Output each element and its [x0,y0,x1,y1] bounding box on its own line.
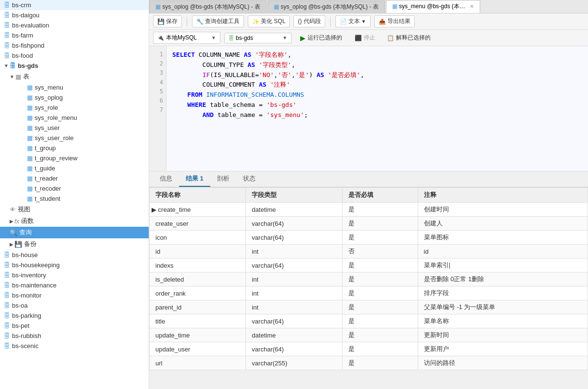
database-label: bs-gds [236,35,253,41]
sidebar: 🗄 bs-crm 🗄 bs-daigou 🗄 bs-evaluation 🗄 b… [0,0,149,389]
cell-required: 是 [343,300,418,314]
export-label: 导出结果 [387,17,410,26]
db-icon: 🗄 [4,312,10,319]
code-snippet-button[interactable]: () 代码段 [294,15,325,27]
sidebar-item-bs-parking[interactable]: 🗄 bs-parking [0,311,149,321]
sidebar-item-bs-evaluation[interactable]: 🗄 bs-evaluation [0,20,149,30]
sidebar-label: t_group [35,144,56,152]
sidebar-item-bs-housekeeping[interactable]: 🗄 bs-housekeeping [0,260,149,270]
sidebar-label: bs-monitor [12,292,41,299]
table-row: idint否id [150,245,588,259]
stop-button[interactable]: ⬛ 停止 [351,32,379,43]
cell-field-type: varchar(64) [246,314,343,328]
sidebar-item-bs-daigou[interactable]: 🗄 bs-daigou [0,10,149,20]
sidebar-item-bs-oa[interactable]: 🗄 bs-oa [0,300,149,311]
sidebar-item-bs-house[interactable]: 🗄 bs-house [0,250,149,260]
cell-field-name: create_user [150,217,246,231]
db-icon: 🗄 [4,282,10,289]
explain-button[interactable]: 📋 解释已选择的 [383,32,435,43]
results-tab-status[interactable]: 状态 [236,171,262,187]
sidebar-item-sys-menu[interactable]: ▦ sys_menu [0,82,149,92]
sidebar-item-tables-folder[interactable]: ▼ ▦ 表 [0,71,149,82]
sidebar-item-bs-inventory[interactable]: 🗄 bs-inventory [0,270,149,280]
results-area: 信息 结果 1 剖析 状态 字段名称 字段类型 是否必填 注释 [149,171,588,389]
sidebar-item-bs-farm[interactable]: 🗄 bs-farm [0,30,149,40]
sidebar-item-sys-user[interactable]: ▦ sys_user [0,123,149,133]
results-tab-info[interactable]: 信息 [153,171,179,187]
sidebar-item-bs-gds[interactable]: ▼ 🗄 bs-gds [0,61,149,71]
db-icon: 🗄 [4,12,10,19]
sidebar-label: sys_oplog [35,94,63,101]
explain-icon: 📋 [387,35,394,41]
sidebar-item-backup-folder[interactable]: ▶ 💾 备份 [0,238,149,250]
sidebar-item-t-guide[interactable]: ▦ t_guide [0,163,149,173]
sidebar-item-t-recoder[interactable]: ▦ t_recoder [0,183,149,194]
save-button[interactable]: 💾 保存 [153,15,182,27]
sidebar-item-sys-user-role[interactable]: ▦ sys_user_role [0,133,149,143]
cell-comment: 是否删除 0正常 1删除 [418,272,588,286]
cell-field-name: icon [150,231,246,245]
tab-close-icon[interactable]: ✕ [470,3,474,9]
results-tab-profile[interactable]: 剖析 [210,171,236,187]
sidebar-item-view-folder[interactable]: 👁 视图 [0,204,149,215]
sidebar-item-sys-role[interactable]: ▦ sys_role [0,103,149,113]
sidebar-item-sys-role-menu[interactable]: ▦ sys_role_menu [0,113,149,123]
sidebar-item-func-folder[interactable]: ▶ fx 函数 [0,215,149,227]
sidebar-item-sys-oplog[interactable]: ▦ sys_oplog [0,92,149,103]
results-tab-result1[interactable]: 结果 1 [179,171,210,187]
sidebar-item-bs-scenic[interactable]: 🗄 bs-scenic [0,341,149,351]
sidebar-label: t_guide [35,165,55,172]
export-button[interactable]: 📤 导出结果 [374,15,415,27]
sidebar-item-bs-monitor[interactable]: 🗄 bs-monitor [0,290,149,300]
database-select[interactable]: 🗄 bs-gds ▼ [224,33,292,43]
table-icon: ▦ [27,165,33,172]
beautify-button[interactable]: ✨ 美化 SQL [248,15,290,27]
cell-field-name: id [150,245,246,259]
func-folder-icon: fx [14,218,19,225]
tab-sys-menu[interactable]: ▦ sys_menu @bs-gds (本… ✕ [386,0,480,13]
cell-field-type: int [246,245,343,259]
sidebar-item-bs-food[interactable]: 🗄 bs-food [0,51,149,61]
cell-field-name: url [150,356,246,370]
db-icon: 🗄 [4,332,10,339]
tab-sys-oplog-2[interactable]: ▦ sys_oplog @bs-gds (本地MySQL) - 表 [268,0,385,13]
sidebar-label: 备份 [24,240,37,248]
sidebar-item-bs-maintenance[interactable]: 🗄 bs-maintenance [0,280,149,290]
sidebar-item-bs-rubbish[interactable]: 🗄 bs-rubbish [0,331,149,341]
table-row: order_rankint是排序字段 [150,286,588,300]
table-icon: ▦ [27,134,33,142]
cell-field-type: varchar(64) [246,231,343,245]
sidebar-item-bs-fishpond[interactable]: 🗄 bs-fishpond [0,40,149,51]
sql-code[interactable]: SELECT COLUMN_NAME AS '字段名称', COLUMN_TYP… [166,46,588,171]
sql-editor[interactable]: 1 2 3 4 5 6 7 SELECT COLUMN_NAME AS '字段名… [149,46,588,171]
sidebar-item-t-student[interactable]: ▦ t_student [0,194,149,204]
col-header-comment: 注释 [418,188,588,203]
db-icon: 🗄 [4,251,10,259]
sidebar-label: t_group_review [35,155,77,162]
db-icon: 🗄 [4,22,10,29]
sidebar-label: bs-parking [12,312,41,319]
sidebar-item-t-group[interactable]: ▦ t_group [0,143,149,153]
cell-field-type: varchar(64) [246,259,343,272]
query-builder-button[interactable]: 🔧 查询创建工具 [192,15,244,27]
tab-sys-oplog-1[interactable]: ▦ sys_oplog @bs-gds (本地MySQL) - 表 [149,0,267,13]
col-header-type: 字段类型 [246,188,343,203]
cell-required: 是 [343,203,418,217]
table-icon: ▦ [27,84,33,91]
text-button[interactable]: 📄 文本 ▼ [335,15,371,27]
sidebar-item-bs-crm[interactable]: 🗄 bs-crm [0,0,149,10]
db-icon: 🗄 [4,302,10,309]
sidebar-item-t-reader[interactable]: ▦ t_reader [0,173,149,183]
local-connection-select[interactable]: 🔌 本地MySQL ▼ [153,32,220,44]
run-button[interactable]: ▶ 运行已选择的 [295,32,347,43]
db-icon: 🗄 [4,272,10,279]
sidebar-item-t-group-review[interactable]: ▦ t_group_review [0,153,149,163]
connection-bar: 🔌 本地MySQL ▼ 🗄 bs-gds ▼ ▶ 运行已选择的 ⬛ 停止 📋 解… [149,30,588,46]
cell-comment: 更新时间 [418,328,588,342]
backup-icon: 💾 [14,241,22,248]
tab-label: sys_oplog @bs-gds (本地MySQL) - 表 [162,3,260,10]
sidebar-label: t_recoder [35,185,61,192]
sidebar-item-bs-pet[interactable]: 🗄 bs-pet [0,321,149,331]
sidebar-item-query[interactable]: 🔍 查询 [0,227,149,238]
table-row: indexsvarchar(64)是菜单索引| [150,259,588,272]
